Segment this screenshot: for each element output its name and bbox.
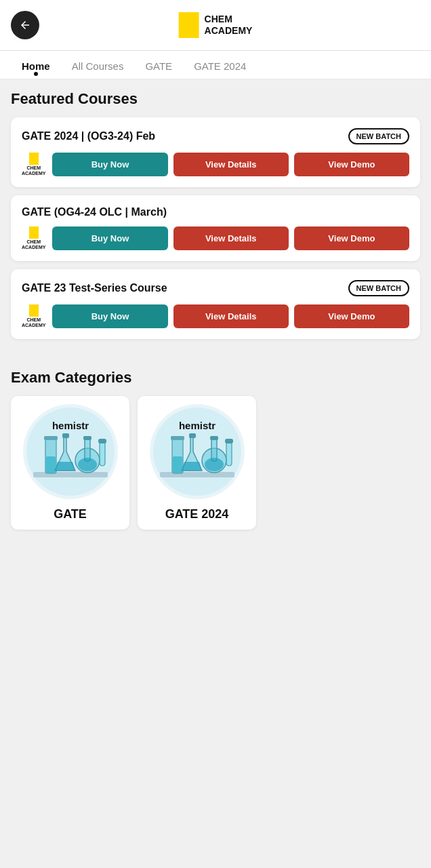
exam-gate2024-label: GATE 2024 <box>165 507 229 521</box>
logo-area: CHEMACADEMY <box>179 12 253 38</box>
svg-rect-18 <box>189 433 196 438</box>
course-2-logo: CHEMACADEMY <box>22 226 45 250</box>
course-3-new-batch-badge: NEW BATCH <box>348 280 409 296</box>
course-card-1-header: GATE 2024 | (OG3-24) Feb NEW BATCH <box>22 128 409 144</box>
course-2-buy-button[interactable]: Buy Now <box>52 226 167 250</box>
exam-categories-title: Exam Categories <box>11 369 420 387</box>
tab-gate2024[interactable]: GATE 2024 <box>183 51 257 79</box>
course-card-1-body: CHEMACADEMY Buy Now View Details View De… <box>22 153 409 176</box>
course-1-actions: Buy Now View Details View Demo <box>52 153 409 176</box>
exam-gate2024-image: hemistr <box>150 404 245 499</box>
course-1-demo-button[interactable]: View Demo <box>294 153 409 176</box>
svg-text:hemistr: hemistr <box>52 420 88 431</box>
course-card-3-header: GATE 23 Test-Series Course NEW BATCH <box>22 280 409 296</box>
svg-rect-5 <box>62 433 69 438</box>
course-1-details-button[interactable]: View Details <box>173 153 289 176</box>
course-1-new-batch-badge: NEW BATCH <box>348 128 409 144</box>
course-3-actions: Buy Now View Details View Demo <box>52 304 409 328</box>
course-3-title: GATE 23 Test-Series Course <box>22 282 342 294</box>
course-1-buy-button[interactable]: Buy Now <box>52 153 167 176</box>
svg-rect-7 <box>85 438 90 461</box>
exam-gate-image: hemistr <box>23 404 118 499</box>
back-button[interactable] <box>11 11 39 39</box>
logo-square-icon <box>179 12 199 38</box>
course-card-2-header: GATE (OG4-24 OLC | March) <box>22 206 409 218</box>
svg-rect-10 <box>100 441 105 466</box>
course-2-title: GATE (OG4-24 OLC | March) <box>22 206 409 218</box>
tab-gate[interactable]: GATE <box>134 51 183 79</box>
logo-text: CHEMACADEMY <box>205 14 253 37</box>
footer-space <box>0 540 431 581</box>
mini-logo-text-2: CHEMACADEMY <box>22 239 45 250</box>
exam-categories-section: Exam Categories <box>0 358 431 540</box>
course-card-3-body: CHEMACADEMY Buy Now View Details View De… <box>22 304 409 328</box>
course-card-2: GATE (OG4-24 OLC | March) CHEMACADEMY Bu… <box>11 195 420 261</box>
course-2-demo-button[interactable]: View Demo <box>294 226 409 250</box>
svg-rect-11 <box>98 439 106 443</box>
mini-logo-square <box>29 153 39 165</box>
mini-logo-text: CHEMACADEMY <box>22 165 45 176</box>
featured-courses-section: Featured Courses GATE 2024 | (OG3-24) Fe… <box>0 79 431 358</box>
nav-tabs: Home All Courses GATE GATE 2024 <box>0 51 431 79</box>
svg-rect-20 <box>211 438 217 461</box>
svg-rect-3 <box>44 436 58 440</box>
exam-card-gate[interactable]: hemistr GATE <box>11 396 129 530</box>
course-3-buy-button[interactable]: Buy Now <box>52 304 167 328</box>
course-card-3: GATE 23 Test-Series Course NEW BATCH CHE… <box>11 269 420 339</box>
svg-rect-1 <box>33 472 108 477</box>
exam-grid: hemistr GATE <box>11 396 420 530</box>
svg-rect-8 <box>83 436 91 440</box>
svg-rect-16 <box>171 436 184 440</box>
tab-all-courses[interactable]: All Courses <box>61 51 135 79</box>
svg-rect-23 <box>226 441 232 466</box>
svg-rect-4 <box>46 456 56 473</box>
course-card-1: GATE 2024 | (OG3-24) Feb NEW BATCH CHEMA… <box>11 117 420 187</box>
svg-point-9 <box>78 458 97 471</box>
course-3-logo: CHEMACADEMY <box>22 304 45 328</box>
app-header: CHEMACADEMY <box>0 0 431 51</box>
svg-rect-14 <box>160 472 234 477</box>
mini-logo-text-3: CHEMACADEMY <box>22 317 45 328</box>
mini-logo-square-3 <box>29 304 39 317</box>
course-1-title: GATE 2024 | (OG3-24) Feb <box>22 130 342 142</box>
svg-rect-21 <box>210 436 218 440</box>
course-3-details-button[interactable]: View Details <box>173 304 289 328</box>
course-2-actions: Buy Now View Details View Demo <box>52 226 409 250</box>
featured-courses-title: Featured Courses <box>11 90 420 108</box>
tab-home[interactable]: Home <box>11 51 61 79</box>
svg-point-22 <box>205 458 224 471</box>
course-1-logo: CHEMACADEMY <box>22 153 45 176</box>
svg-text:hemistr: hemistr <box>178 420 215 431</box>
course-3-demo-button[interactable]: View Demo <box>294 304 409 328</box>
exam-card-gate2024[interactable]: hemistr GATE 2024 <box>138 396 256 530</box>
svg-rect-17 <box>173 456 182 473</box>
exam-gate-label: GATE <box>54 507 87 521</box>
mini-logo-square-2 <box>29 226 39 239</box>
course-2-details-button[interactable]: View Details <box>173 226 289 250</box>
course-card-2-body: CHEMACADEMY Buy Now View Details View De… <box>22 226 409 250</box>
svg-rect-24 <box>225 439 233 443</box>
